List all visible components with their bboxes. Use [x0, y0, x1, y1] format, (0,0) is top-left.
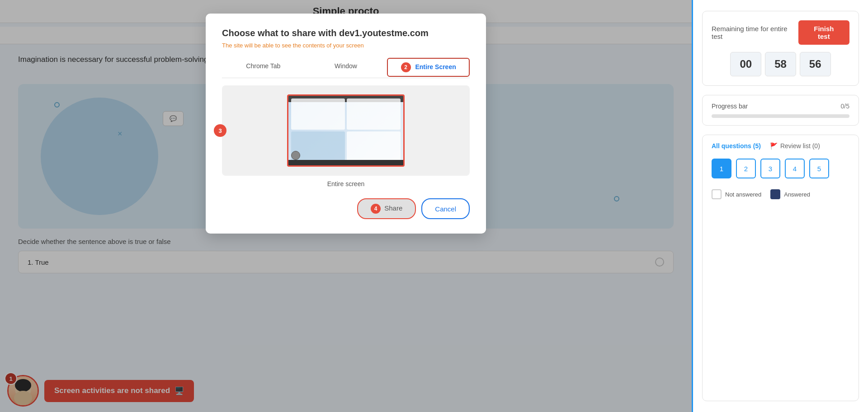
panel-4: [347, 131, 401, 163]
legend-empty-box: [712, 189, 722, 199]
questions-section: All questions (5) 🚩 Review list (0) 1 2 …: [702, 135, 859, 401]
legend-answered: Answered: [770, 189, 810, 199]
screen-thumbnail[interactable]: [287, 94, 405, 167]
progress-section: Progress bar 0/5: [702, 95, 859, 126]
screen-bottom-bar: [288, 160, 403, 165]
cancel-button[interactable]: Cancel: [421, 198, 470, 219]
timer-display: 00 58 56: [712, 52, 849, 76]
tab-window[interactable]: Window: [305, 58, 387, 78]
panel-1: [291, 98, 345, 130]
badge-2: 2: [401, 62, 411, 72]
content-area: Simple procto Question 1/5 Imagination i…: [0, 0, 692, 412]
q-num-4[interactable]: 4: [785, 159, 805, 178]
progress-bar-bg: [712, 114, 849, 118]
q-num-3[interactable]: 3: [760, 159, 780, 178]
tab-review-list[interactable]: 🚩 Review list (0): [770, 142, 820, 150]
question-numbers: 1 2 3 4 5: [712, 159, 849, 178]
screen-label: Entire screen: [222, 180, 470, 187]
right-sidebar: Remaining time for entire test Finish te…: [692, 0, 868, 412]
screen-inner: [288, 96, 403, 165]
timer-seconds: 56: [800, 52, 831, 76]
progress-count: 0/5: [841, 103, 849, 110]
badge-4: 4: [371, 204, 381, 214]
tab-entire-screen[interactable]: 2 Entire Screen: [387, 58, 470, 78]
legend: Not answered Answered: [712, 189, 849, 199]
main-layout: Simple procto Question 1/5 Imagination i…: [0, 0, 868, 412]
questions-tabs: All questions (5) 🚩 Review list (0): [712, 142, 849, 150]
finish-test-button[interactable]: Finish test: [798, 20, 849, 45]
modal-tabs: Chrome Tab Window 2 Entire Screen: [222, 58, 470, 78]
legend-filled-box: [770, 189, 780, 199]
flag-icon: 🚩: [770, 142, 778, 150]
badge-3: 3: [214, 124, 226, 137]
modal-title: Choose what to share with dev1.youtestme…: [222, 28, 470, 38]
timer-minutes: 58: [765, 52, 796, 76]
screen-preview-area: 3: [222, 85, 470, 176]
timer-section: Remaining time for entire test Finish te…: [702, 11, 859, 86]
screen-avatar: [291, 151, 300, 160]
legend-not-answered: Not answered: [712, 189, 761, 199]
share-modal: Choose what to share with dev1.youtestme…: [206, 14, 486, 234]
tab-all-questions[interactable]: All questions (5): [712, 142, 761, 150]
timer-hours: 00: [730, 52, 761, 76]
q-num-5[interactable]: 5: [809, 159, 829, 178]
timer-label: Remaining time for entire test: [712, 25, 798, 40]
share-button[interactable]: 4 Share: [357, 198, 416, 219]
timer-header: Remaining time for entire test Finish te…: [712, 20, 849, 45]
share-modal-overlay: Choose what to share with dev1.youtestme…: [0, 0, 692, 412]
progress-header: Progress bar 0/5: [712, 103, 849, 110]
modal-subtitle: The site will be able to see the content…: [222, 42, 470, 49]
modal-footer: 4 Share Cancel: [222, 198, 470, 219]
panel-2: [347, 98, 401, 130]
tab-chrome[interactable]: Chrome Tab: [222, 58, 305, 78]
q-num-2[interactable]: 2: [736, 159, 756, 178]
q-num-1[interactable]: 1: [712, 159, 731, 178]
progress-label: Progress bar: [712, 103, 748, 110]
